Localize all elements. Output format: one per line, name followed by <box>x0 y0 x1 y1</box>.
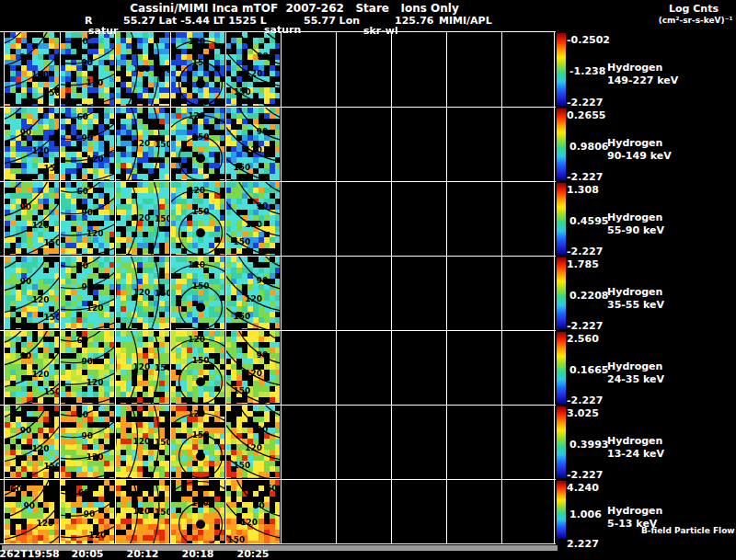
time-tick-2: 20:12 <box>126 549 158 560</box>
energy-range: 24-35 keV <box>607 373 664 386</box>
cbar-mid-row-5: 0.1665 <box>569 364 608 376</box>
cbar-mid-row-6: 0.3993 <box>569 439 608 451</box>
cbar-max-row-1: -0.2502 <box>567 34 610 46</box>
skymap-row-4 <box>0 256 556 330</box>
species-label-row-1: Hydrogen149-227 keV <box>607 62 678 87</box>
energy-range: 13-24 keV <box>607 448 664 461</box>
cbar-mid-row-7: 1.006 <box>569 509 602 520</box>
ephemeris-lon-label: 55.77 Lon <box>304 16 360 27</box>
colorbar-units-title: Log Cnts <box>669 4 719 15</box>
energy-range: 149-227 keV <box>607 74 678 87</box>
species-name: Hydrogen <box>607 211 664 224</box>
species-name: Hydrogen <box>607 137 672 150</box>
species-name: Hydrogen <box>607 360 664 373</box>
species-label-row-5: Hydrogen24-35 keV <box>607 360 664 386</box>
colorbar-units-sub: (cm²-sr-s-keV)⁻¹ <box>659 17 733 26</box>
colorbar-row-7 <box>557 481 566 539</box>
skymap-row-2 <box>0 107 556 181</box>
cbar-max-row-6: 3.025 <box>567 407 599 419</box>
species-name: Hydrogen <box>607 286 664 299</box>
species-label-row-2: Hydrogen90-149 keV <box>607 137 672 163</box>
species-label-row-6: Hydrogen13-24 keV <box>607 435 664 461</box>
skymap-row-3 <box>0 181 556 256</box>
cassini-mimi-inca-display: Cassini/MIMI Inca mTOF 2007-262 Stare Io… <box>0 0 736 560</box>
cbar-mid-row-3: 0.4595 <box>569 215 608 227</box>
cbar-min-row-5: -2.227 <box>567 394 603 406</box>
time-tick-4: 20:25 <box>236 549 269 560</box>
cbar-mid-row-4: 0.2208 <box>569 290 608 302</box>
skymap-row-6 <box>0 405 556 479</box>
cbar-min-row-2: -2.227 <box>567 171 603 183</box>
cbar-mid-row-1: -1.238 <box>569 65 605 77</box>
cbar-min-row-3: -2.227 <box>567 246 603 257</box>
energy-range: 90-149 keV <box>607 150 672 163</box>
colorbar-row-4 <box>557 257 566 329</box>
time-tick-1: 20:05 <box>71 549 103 560</box>
marker-saturn: saturn <box>264 25 301 36</box>
cbar-min-row-6: -2.227 <box>567 469 603 481</box>
species-label-row-3: Hydrogen55-90 keV <box>607 211 664 237</box>
colorbar-row-1 <box>557 33 566 106</box>
species-name: Hydrogen <box>607 435 664 448</box>
cbar-max-row-3: 1.308 <box>567 184 599 196</box>
bfield-annotation: B-field Particle Flow <box>641 527 735 536</box>
species-label-row-4: Hydrogen35-55 keV <box>607 286 664 312</box>
cbar-mid-row-2: 0.9806 <box>569 141 608 153</box>
colorbar-row-2 <box>557 109 566 180</box>
cbar-max-row-7: 4.240 <box>567 482 599 494</box>
ephemeris-lon-value: 125.76 <box>395 16 433 27</box>
species-name: Hydrogen <box>607 505 662 518</box>
colorbar-row-6 <box>557 406 566 478</box>
cbar-max-row-2: 0.2655 <box>567 109 605 121</box>
marker-skr-wl: skr-wl <box>363 26 398 37</box>
colorbar-row-5 <box>557 332 566 404</box>
species-name: Hydrogen <box>607 62 678 74</box>
skymap-row-5 <box>0 330 556 405</box>
time-tick-0: 262T19:58 <box>0 549 60 560</box>
time-tick-3: 20:18 <box>181 549 213 560</box>
cbar-min-row-1: -2.227 <box>567 97 603 109</box>
cbar-min-row-7: 2.227 <box>567 538 599 550</box>
colorbar-row-3 <box>557 183 566 255</box>
cbar-min-row-4: -2.227 <box>567 320 603 332</box>
energy-range: 55-90 keV <box>607 224 664 237</box>
ephemeris-values: 55.27 Lat -5.44 LT 1525 L <box>123 16 267 27</box>
marker-satur: satur <box>88 26 118 37</box>
cbar-max-row-4: 1.785 <box>567 258 599 270</box>
cbar-max-row-5: 2.560 <box>567 333 599 345</box>
skymap-row-1 <box>0 31 556 107</box>
plot-title: Cassini/MIMI Inca mTOF 2007-262 Stare Io… <box>130 3 458 15</box>
energy-range: 35-55 keV <box>607 299 664 312</box>
skymap-row-7 <box>0 479 556 544</box>
credit-label: MIMI/APL <box>439 16 492 27</box>
